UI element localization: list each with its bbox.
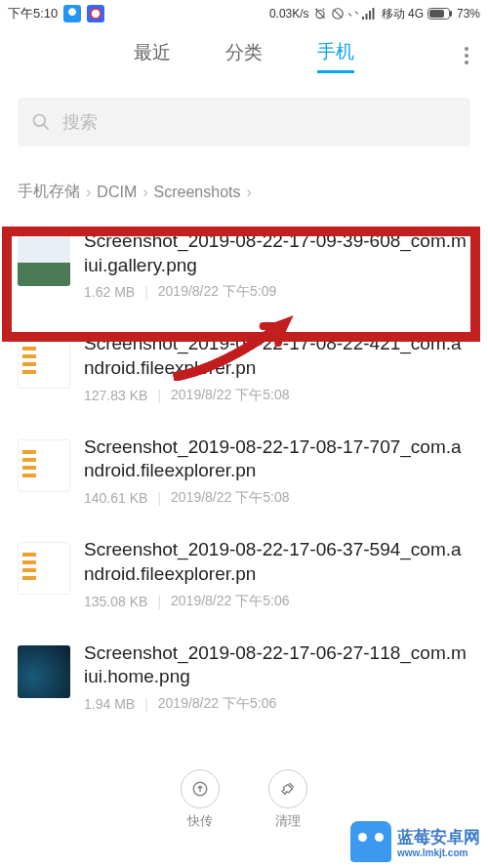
net-speed: 0.03K/s — [269, 7, 309, 21]
qq-icon — [63, 5, 81, 22]
tab-recent[interactable]: 最近 — [134, 40, 171, 71]
tabs: 最近 分类 手机 — [0, 27, 488, 84]
file-thumbnail — [18, 542, 70, 595]
file-date: 2019/8/22 下午5:06 — [171, 593, 289, 610]
watermark: 蓝莓安卓网 www.lmkjt.com — [350, 821, 480, 862]
svg-rect-5 — [372, 8, 374, 20]
tab-phone[interactable]: 手机 — [317, 39, 354, 73]
svg-rect-7 — [450, 11, 452, 17]
file-row[interactable]: Screenshot_2019-08-22-17-06-27-118_com.m… — [0, 626, 488, 728]
quick-send-button[interactable]: 快传 — [181, 769, 220, 830]
file-thumbnail — [18, 645, 70, 698]
file-size: 1.94 MB — [84, 696, 135, 712]
chevron-right-icon: › — [246, 184, 251, 201]
tab-category[interactable]: 分类 — [225, 40, 263, 71]
file-date: 2019/8/22 下午5:08 — [171, 489, 289, 507]
svg-rect-8 — [429, 10, 444, 18]
search-placeholder: 搜索 — [62, 110, 98, 134]
robot-icon — [350, 821, 391, 862]
chevron-right-icon: › — [142, 184, 147, 201]
chevron-right-icon: › — [86, 184, 91, 201]
file-date: 2019/8/22 下午5:06 — [158, 695, 276, 713]
file-date: 2019/8/22 下午5:08 — [171, 387, 289, 404]
file-row[interactable]: Screenshot_2019-08-22-17-08-22-421_com.a… — [0, 316, 488, 419]
more-menu-icon[interactable] — [465, 47, 468, 64]
crumb-root[interactable]: 手机存储 — [18, 182, 80, 202]
file-list: Screenshot_2019-08-22-17-09-39-608_com.m… — [0, 214, 488, 728]
file-name: Screenshot_2019-08-22-17-06-37-594_com.a… — [84, 538, 470, 586]
crumb-screenshots[interactable]: Screenshots — [154, 184, 241, 201]
file-name: Screenshot_2019-08-22-17-09-39-608_com.m… — [84, 229, 470, 277]
file-thumbnail — [18, 233, 70, 286]
breadcrumb: 手机存储 › DCIM › Screenshots › — [0, 156, 488, 214]
alarm-off-icon — [313, 7, 327, 21]
file-date: 2019/8/22 下午5:09 — [158, 283, 276, 301]
svg-rect-2 — [362, 17, 364, 20]
battery-icon — [427, 8, 453, 20]
file-name: Screenshot_2019-08-22-17-08-17-707_com.a… — [84, 435, 470, 483]
clean-button[interactable]: 清理 — [268, 769, 307, 830]
data-icon — [348, 7, 358, 21]
quick-send-label: 快传 — [187, 812, 213, 830]
file-size: 135.08 KB — [84, 594, 147, 609]
status-time: 下午5:10 — [8, 5, 58, 22]
search-icon — [31, 112, 51, 132]
file-thumbnail — [18, 336, 70, 389]
crumb-dcim[interactable]: DCIM — [97, 184, 137, 201]
file-row[interactable]: Screenshot_2019-08-22-17-09-39-608_com.m… — [0, 214, 488, 316]
carrier-text: 移动 4G — [382, 6, 424, 22]
file-name: Screenshot_2019-08-22-17-06-27-118_com.m… — [84, 641, 470, 689]
file-row[interactable]: Screenshot_2019-08-22-17-06-37-594_com.a… — [0, 522, 488, 625]
status-bar: 下午5:10 0.03K/s 移动 4G 73% — [0, 0, 488, 27]
mute-icon — [331, 7, 345, 21]
signal-icon — [362, 8, 378, 20]
file-size: 127.83 KB — [84, 388, 147, 403]
file-row[interactable]: Screenshot_2019-08-22-17-08-17-707_com.a… — [0, 420, 488, 522]
svg-point-9 — [34, 115, 46, 127]
send-icon — [181, 769, 220, 808]
search-input[interactable]: 搜索 — [18, 98, 470, 146]
broom-icon — [268, 769, 307, 808]
svg-rect-3 — [365, 14, 367, 20]
svg-rect-4 — [369, 11, 371, 20]
file-size: 1.62 MB — [84, 284, 135, 300]
clean-label: 清理 — [275, 812, 301, 830]
file-name: Screenshot_2019-08-22-17-08-22-421_com.a… — [84, 332, 470, 380]
file-thumbnail — [18, 439, 70, 492]
watermark-url: www.lmkjt.com — [397, 848, 480, 858]
file-size: 140.61 KB — [84, 490, 147, 506]
baidu-icon — [87, 5, 104, 22]
watermark-title: 蓝莓安卓网 — [397, 828, 480, 847]
battery-pct: 73% — [457, 7, 480, 21]
